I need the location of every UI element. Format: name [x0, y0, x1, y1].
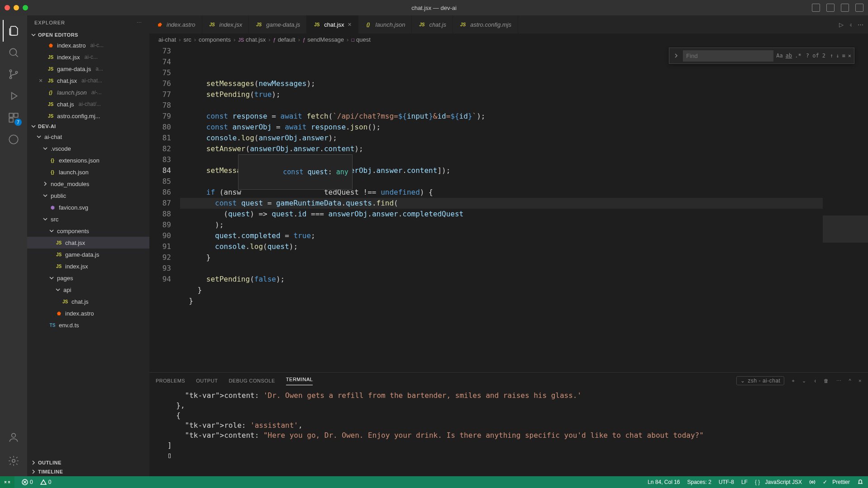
match-case-icon[interactable]: Aa [776, 50, 782, 61]
file-item[interactable]: JSgame-data.js [27, 249, 149, 260]
breadcrumb-item[interactable]: ai-chat [158, 36, 176, 43]
file-item[interactable]: JSindex.jsx [27, 260, 149, 272]
run-icon[interactable]: ▷ [839, 21, 844, 28]
new-terminal-icon[interactable]: + [792, 378, 795, 383]
breadcrumb-item[interactable]: □ quest [351, 36, 370, 43]
terminal-output[interactable]: "tk-var">content: 'Dr. Owen gets a refil… [149, 389, 868, 476]
panel-tab-output[interactable]: OUTPUT [196, 378, 218, 383]
edge-tools-tab[interactable] [3, 129, 24, 150]
file-item[interactable]: JSchat.js [27, 296, 149, 307]
source-control-tab[interactable] [3, 63, 24, 85]
search-tab[interactable] [3, 42, 24, 63]
breadcrumb[interactable]: ai-chat›src›components›JS chat.jsx›ƒ def… [149, 33, 868, 46]
breadcrumb-item[interactable]: JS chat.jsx [238, 36, 266, 43]
split-terminal-icon[interactable]: ⫞ [814, 378, 817, 383]
open-editor-item[interactable]: ×JSchat.jsxai-chat... [27, 75, 149, 86]
file-item[interactable]: {}launch.json [27, 166, 149, 178]
folder-item[interactable]: api [27, 284, 149, 296]
accounts-tab[interactable] [3, 426, 24, 448]
panel-tab-terminal[interactable]: TERMINAL [286, 377, 313, 385]
close-window[interactable] [5, 5, 10, 10]
find-selection-icon[interactable]: ≡ [842, 50, 845, 61]
breadcrumb-item[interactable]: src [183, 36, 191, 43]
close-icon[interactable]: × [37, 77, 44, 84]
regex-icon[interactable]: .* [795, 50, 801, 61]
find-toggle-replace[interactable] [672, 48, 680, 63]
close-find-icon[interactable]: ✕ [848, 50, 851, 61]
panel-tab-problems[interactable]: PROBLEMS [156, 378, 185, 383]
open-editor-item[interactable]: JSgame-data.jsa... [27, 63, 149, 75]
remote-indicator[interactable] [0, 476, 14, 488]
editor-tab[interactable]: JSastro.config.mjs [453, 15, 518, 33]
open-editor-item[interactable]: JSchat.jsai-chat/... [27, 98, 149, 110]
file-item[interactable]: ⬟index.astro [27, 307, 149, 319]
breadcrumb-item[interactable]: ƒ default [273, 36, 296, 43]
toggle-panel-icon[interactable] [826, 4, 835, 12]
editor-tab[interactable]: JSgame-data.js [249, 15, 307, 33]
outline-header[interactable]: OUTLINE [27, 458, 149, 467]
more-icon[interactable]: ⋯ [836, 378, 842, 384]
file-item[interactable]: {}extensions.json [27, 154, 149, 166]
eol-status[interactable]: LF [741, 479, 748, 485]
editor-tab[interactable]: JSindex.jsx [202, 15, 249, 33]
breadcrumb-item[interactable]: components [199, 36, 231, 43]
folder-item[interactable]: public [27, 190, 149, 201]
prettier-status[interactable]: ✓ Prettier [823, 479, 850, 485]
editor-tab[interactable]: ⬟index.astro [149, 15, 202, 33]
language-status[interactable]: { } JavaScript JSX [755, 479, 802, 485]
folder-item[interactable]: src [27, 213, 149, 225]
terminal-process[interactable]: ⌄ zsh - ai-chat [736, 376, 784, 385]
timeline-header[interactable]: TIMELINE [27, 467, 149, 476]
indent-status[interactable]: Spaces: 2 [687, 479, 711, 485]
more-icon[interactable]: ⋯ [137, 20, 142, 26]
cursor-position[interactable]: Ln 84, Col 16 [648, 479, 680, 485]
extensions-tab[interactable]: 7 [3, 107, 24, 129]
file-item[interactable]: ⬢favicon.svg [27, 201, 149, 213]
open-editor-item[interactable]: ⬟index.astroai-c... [27, 39, 149, 51]
customize-layout-icon[interactable] [855, 4, 863, 12]
project-header[interactable]: DEV-AI [27, 122, 149, 131]
errors-count[interactable]: 0 [22, 479, 33, 485]
editor-tab[interactable]: {}launch.json [358, 15, 412, 33]
minimap-slider[interactable] [823, 215, 868, 243]
explorer-tab[interactable] [3, 20, 24, 42]
panel-tab-debug-console[interactable]: DEBUG CONSOLE [229, 378, 275, 383]
split-editor-icon[interactable]: ⫞ [849, 21, 852, 28]
folder-item[interactable]: pages [27, 272, 149, 284]
folder-item[interactable]: ai-chat [27, 131, 149, 143]
match-word-icon[interactable]: ab [786, 50, 792, 61]
maximize-window[interactable] [23, 5, 28, 10]
more-icon[interactable]: ⋯ [858, 21, 863, 28]
minimize-window[interactable] [14, 5, 19, 10]
close-panel-icon[interactable]: × [858, 378, 862, 383]
next-match-icon[interactable]: ↓ [836, 50, 839, 61]
folder-item[interactable]: .vscode [27, 143, 149, 154]
toggle-secondary-icon[interactable] [841, 4, 849, 12]
breadcrumb-item[interactable]: ƒ sendMessage [303, 36, 344, 43]
folder-item[interactable]: components [27, 225, 149, 237]
prev-match-icon[interactable]: ↑ [830, 50, 833, 61]
file-item[interactable]: TSenv.d.ts [27, 319, 149, 331]
open-editor-item[interactable]: JSastro.config.mj... [27, 110, 149, 122]
minimap[interactable] [823, 46, 868, 372]
editor-body[interactable]: 7374757677787980818283848586878889909192… [149, 46, 868, 372]
run-debug-tab[interactable] [3, 85, 24, 107]
file-item[interactable]: JSchat.jsx [27, 237, 149, 249]
open-editors-header[interactable]: OPEN EDITORS [27, 30, 149, 39]
close-tab-icon[interactable]: × [348, 21, 351, 28]
editor-tab[interactable]: JSchat.js [412, 15, 453, 33]
terminal-dropdown-icon[interactable]: ⌄ [802, 378, 806, 384]
folder-item[interactable]: node_modules [27, 178, 149, 190]
editor-tab[interactable]: JSchat.jsx× [307, 15, 358, 33]
toggle-sidebar-icon[interactable] [812, 4, 820, 12]
maximize-panel-icon[interactable]: ^ [849, 378, 851, 383]
code-content[interactable]: const quest: any setMessages(newMessages… [180, 46, 868, 372]
feedback-icon[interactable] [809, 479, 816, 485]
settings-tab[interactable] [3, 450, 24, 472]
encoding-status[interactable]: UTF-8 [719, 479, 734, 485]
open-editor-item[interactable]: JSindex.jsxai-c... [27, 51, 149, 63]
kill-terminal-icon[interactable]: 🗑 [824, 378, 829, 383]
notifications-icon[interactable] [857, 479, 863, 485]
open-editor-item[interactable]: {}launch.jsonai-... [27, 86, 149, 98]
warnings-count[interactable]: 0 [40, 479, 52, 485]
